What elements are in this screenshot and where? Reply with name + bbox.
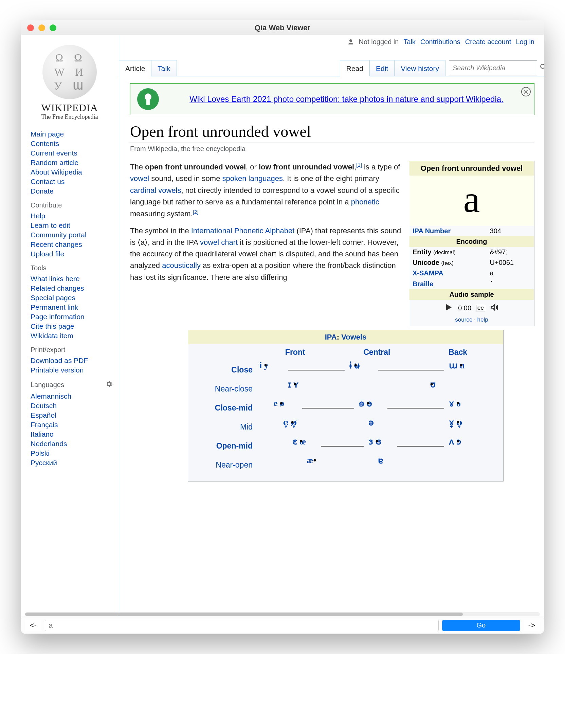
personal-log-in[interactable]: Log in: [516, 38, 535, 46]
sidebar-donate[interactable]: Donate: [31, 187, 54, 195]
sidebar-main-page[interactable]: Main page: [31, 130, 64, 138]
search-input[interactable]: [453, 64, 539, 72]
banner-close-button[interactable]: [521, 87, 531, 96]
sidebar-learn-to-edit[interactable]: Learn to edit: [31, 221, 70, 229]
audio-time: 0:00: [458, 304, 471, 312]
braille-label[interactable]: Braille: [413, 280, 433, 288]
lang-polski[interactable]: Polski: [31, 449, 50, 457]
ref-1[interactable]: [1]: [356, 162, 362, 168]
horizontal-scrollbar[interactable]: [25, 612, 540, 616]
link-vowel[interactable]: vowel: [130, 174, 149, 183]
window-title: Qia Web Viewer: [21, 23, 544, 32]
entity-value: &#97;: [487, 247, 534, 257]
play-button[interactable]: [444, 303, 453, 314]
ipa-link[interactable]: IPA: [325, 333, 337, 341]
sidebar-printable-version[interactable]: Printable version: [31, 366, 84, 374]
lang-francais[interactable]: Français: [31, 421, 58, 429]
tab-edit[interactable]: Edit: [369, 60, 395, 76]
col-central[interactable]: Central: [363, 348, 390, 357]
sidebar-cite-this-page[interactable]: Cite this page: [31, 322, 74, 330]
personal-tools: Not logged in Talk Contributions Create …: [347, 38, 534, 46]
wiki-globe-icon: [42, 45, 97, 99]
personal-create-account[interactable]: Create account: [465, 38, 511, 46]
tab-history[interactable]: View history: [394, 60, 445, 76]
link-phonetic[interactable]: phonetic: [351, 198, 379, 206]
sidebar-recent-changes[interactable]: Recent changes: [31, 240, 82, 248]
go-button[interactable]: Go: [442, 620, 520, 631]
ipa-number-label[interactable]: IPA Number: [413, 227, 451, 235]
tab-read[interactable]: Read: [340, 60, 370, 76]
close-window-button[interactable]: [27, 24, 34, 31]
row-close-mid[interactable]: Close-mid: [195, 403, 259, 413]
person-icon: [347, 39, 354, 46]
personal-talk[interactable]: Talk: [403, 38, 416, 46]
site-sub: From Wikipedia, the free encyclopedia: [130, 145, 534, 153]
lang-deutsch[interactable]: Deutsch: [31, 402, 57, 410]
link-cardinal-vowels[interactable]: cardinal vowels: [130, 186, 181, 195]
link-spoken-languages[interactable]: spoken languages: [222, 174, 283, 183]
forward-button[interactable]: ->: [524, 620, 540, 631]
ipa-vowel-chart: IPA: Vowels Front Central Back Close i •…: [188, 330, 504, 481]
audio-source-link[interactable]: source: [455, 316, 472, 323]
braille-value: ⠁: [487, 278, 534, 289]
url-input[interactable]: [45, 620, 439, 631]
infobox-ipa-symbol: a: [409, 176, 534, 226]
banner-text[interactable]: Wiki Loves Earth 2021 photo competition:…: [166, 94, 527, 104]
row-near-close[interactable]: Near-close: [195, 384, 259, 394]
row-open-mid[interactable]: Open-mid: [195, 441, 259, 451]
page-title: Open front unrounded vowel: [130, 123, 534, 143]
sidebar-heading-contribute: Contribute: [31, 201, 113, 209]
sidebar-about-wikipedia[interactable]: About Wikipedia: [31, 168, 82, 176]
sidebar-page-information[interactable]: Page information: [31, 313, 85, 321]
wiki-logo[interactable]: WIKIPEDIA The Free Encyclopedia: [31, 45, 109, 121]
lang-alemannisch[interactable]: Alemannisch: [31, 392, 71, 400]
sidebar-download-pdf[interactable]: Download as PDF: [31, 357, 88, 364]
back-button[interactable]: <-: [25, 620, 41, 631]
sidebar-random-article[interactable]: Random article: [31, 159, 78, 166]
col-back[interactable]: Back: [449, 348, 467, 357]
volume-icon[interactable]: [490, 303, 499, 314]
xsampa-label[interactable]: X-SAMPA: [413, 269, 443, 277]
gear-icon[interactable]: [105, 380, 113, 389]
sidebar-current-events[interactable]: Current events: [31, 149, 77, 157]
search-box[interactable]: [449, 60, 537, 75]
window-titlebar: Qia Web Viewer: [21, 20, 544, 35]
row-mid[interactable]: Mid: [195, 422, 259, 432]
audio-help-link[interactable]: help: [477, 316, 488, 323]
minimize-window-button[interactable]: [38, 24, 45, 31]
sidebar-community-portal[interactable]: Community portal: [31, 231, 87, 239]
row-close[interactable]: Close: [195, 365, 259, 375]
sidebar-upload-file[interactable]: Upload file: [31, 250, 64, 258]
zoom-window-button[interactable]: [50, 24, 56, 31]
horizontal-scrollbar-thumb[interactable]: [25, 613, 463, 616]
vowels-link[interactable]: Vowels: [341, 333, 366, 341]
sidebar-contents[interactable]: Contents: [31, 140, 59, 147]
row-near-open[interactable]: Near-open: [195, 460, 259, 470]
wiki-sidebar: WIKIPEDIA The Free Encyclopedia Main pag…: [21, 35, 119, 617]
sidebar-wikidata-item[interactable]: Wikidata item: [31, 332, 73, 340]
cc-button[interactable]: CC: [476, 305, 485, 311]
tab-article[interactable]: Article: [119, 60, 151, 76]
sidebar-contact-us[interactable]: Contact us: [31, 178, 65, 185]
personal-contributions[interactable]: Contributions: [420, 38, 460, 46]
search-icon[interactable]: [539, 63, 544, 73]
col-front[interactable]: Front: [285, 348, 305, 357]
tab-talk[interactable]: Talk: [151, 60, 177, 76]
lang-italiano[interactable]: Italiano: [31, 430, 54, 438]
infobox-title: Open front unrounded vowel: [409, 161, 534, 176]
link-ipa[interactable]: International Phonetic Alphabet: [191, 226, 295, 235]
link-acoustically[interactable]: acoustically: [162, 261, 201, 270]
lang-espanol[interactable]: Español: [31, 411, 56, 419]
sidebar-help[interactable]: Help: [31, 212, 45, 220]
wiki-tagline: The Free Encyclopedia: [31, 113, 109, 121]
sidebar-permanent-link[interactable]: Permanent link: [31, 303, 78, 311]
sidebar-what-links-here[interactable]: What links here: [31, 275, 80, 283]
lang-russian[interactable]: Русский: [31, 459, 57, 467]
ref-2[interactable]: [2]: [193, 209, 199, 215]
lang-nederlands[interactable]: Nederlands: [31, 440, 67, 448]
link-vowel-chart[interactable]: vowel chart: [200, 238, 238, 247]
sidebar-related-changes[interactable]: Related changes: [31, 284, 84, 292]
wiki-content-area: Not logged in Talk Contributions Create …: [119, 35, 544, 617]
sidebar-special-pages[interactable]: Special pages: [31, 294, 75, 302]
sidebar-languages-label: Languages: [31, 381, 64, 389]
